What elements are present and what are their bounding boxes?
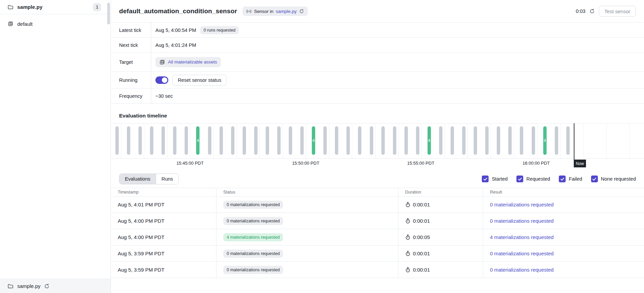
evaluation-status: 0 materializations requested xyxy=(216,213,398,229)
sidebar-scrollbar-thumb[interactable] xyxy=(107,3,110,24)
timeline-tick-bar[interactable] xyxy=(220,126,223,155)
filter-label: Failed xyxy=(569,176,582,182)
reset-sensor-status-button[interactable]: Reset sensor status xyxy=(172,75,227,86)
sensor-badge-file-link[interactable]: sample.py xyxy=(276,9,297,14)
timeline-tick-bar-requested[interactable]: 4 xyxy=(196,126,200,155)
timeline-tick-bar[interactable] xyxy=(254,126,258,155)
now-marker-label: Now xyxy=(574,160,586,167)
timeline-tick-bar[interactable] xyxy=(566,126,570,155)
timeline-tick-bar[interactable] xyxy=(508,126,512,155)
stopwatch-icon xyxy=(405,218,411,224)
test-sensor-button[interactable]: Test sensor xyxy=(599,6,636,17)
status-pill: 0 materializations requested xyxy=(223,217,283,225)
timeline-tick-bar[interactable] xyxy=(162,126,165,155)
filter-label: Started xyxy=(492,176,508,182)
timeline-tick-bar[interactable] xyxy=(520,126,523,155)
evaluation-row: Aug 5, 3:59 PM PDT0 materializations req… xyxy=(111,262,644,278)
timeline-tick-bar[interactable] xyxy=(532,126,535,155)
filter-failed[interactable]: Failed xyxy=(559,176,582,182)
checkbox-icon[interactable] xyxy=(591,176,598,182)
timeline-tick-bar[interactable] xyxy=(474,126,477,155)
evaluation-status: 0 materializations requested xyxy=(216,197,398,213)
detail-label: Latest tick xyxy=(111,23,151,37)
timeline-tick-bar-requested[interactable]: 4 xyxy=(543,126,547,155)
checkbox-icon[interactable] xyxy=(516,176,523,182)
sensor-icon xyxy=(246,8,252,14)
timeline-tick-bar[interactable] xyxy=(439,126,442,155)
timeline-tick-bar[interactable] xyxy=(208,126,211,155)
timeline-tick-bar[interactable] xyxy=(370,126,373,155)
timeline-tick-bar[interactable] xyxy=(173,126,176,155)
duration-value: 0:00:01 xyxy=(413,218,430,224)
latest-tick-time: Aug 5, 4:00:54 PM xyxy=(155,28,196,33)
timeline-tick-bar[interactable] xyxy=(451,126,454,155)
tab-evaluations[interactable]: Evaluations xyxy=(119,174,156,184)
timeline-tick-bar[interactable] xyxy=(404,126,408,155)
filter-requested[interactable]: Requested xyxy=(516,176,550,182)
timeline-gridline xyxy=(560,124,561,158)
timeline-tick-bar[interactable] xyxy=(266,126,269,155)
timeline-tick-bar[interactable] xyxy=(277,126,281,155)
timeline-tick-bar[interactable] xyxy=(150,126,153,155)
timeline-axis-label: 16:00:00 PDT xyxy=(523,161,550,166)
timeline-tick-bar-requested[interactable]: 4 xyxy=(428,126,431,155)
timeline-tick-bar[interactable] xyxy=(127,126,130,155)
asset-group-icon xyxy=(159,59,165,65)
workspace-label: sample.py xyxy=(17,4,42,10)
dagster-sensor-page: sample.py 1 default sample.py default_au… xyxy=(0,0,644,293)
timeline-tick-bar[interactable] xyxy=(497,126,500,155)
timeline-tick-bar[interactable] xyxy=(231,126,234,155)
timeline-tick-bar[interactable] xyxy=(393,126,396,155)
timeline-tick-bar[interactable] xyxy=(555,126,558,155)
filter-none-requested[interactable]: None requested xyxy=(591,176,636,182)
timeline-tick-bar-requested[interactable]: 4 xyxy=(312,126,315,155)
reload-icon[interactable] xyxy=(44,283,50,289)
running-toggle[interactable] xyxy=(155,76,168,84)
timeline-gridline xyxy=(491,124,491,158)
timeline-tick-bar[interactable] xyxy=(138,126,142,155)
timeline-axis-label: 15:55:00 PDT xyxy=(407,161,434,166)
timeline-tick-bar[interactable] xyxy=(416,126,419,155)
timeline-gridline xyxy=(190,124,190,158)
timeline-tick-bar[interactable] xyxy=(346,126,350,155)
checkbox-icon[interactable] xyxy=(559,176,566,182)
filter-started[interactable]: Started xyxy=(482,176,508,182)
target-assets-link[interactable]: All materializable assets xyxy=(155,57,221,67)
page-header: default_automation_condition_sensor Sens… xyxy=(111,0,644,22)
duration-value: 0:00:01 xyxy=(413,267,430,273)
timeline-tick-bar[interactable] xyxy=(485,126,489,155)
header-actions: 0:03 Test sensor xyxy=(576,6,636,17)
result-link[interactable]: 0 materializations requested xyxy=(490,251,554,256)
timeline-tick-bar[interactable] xyxy=(115,126,119,155)
timeline-gridline xyxy=(583,124,584,158)
timeline-tick-bar[interactable] xyxy=(300,126,304,155)
timeline-gridline xyxy=(629,124,630,158)
timeline-tick-bar[interactable] xyxy=(381,126,385,155)
timeline-axis: 15:45:00 PDT15:50:00 PDT15:55:00 PDT16:0… xyxy=(111,159,644,168)
timeline-tick-bar[interactable] xyxy=(243,126,246,155)
timeline-tick-bar[interactable] xyxy=(358,126,361,155)
result-link[interactable]: 0 materializations requested xyxy=(490,218,554,224)
result-link[interactable]: 4 materializations requested xyxy=(490,234,554,240)
timeline-tick-bar[interactable] xyxy=(323,126,327,155)
stopwatch-icon xyxy=(405,202,411,207)
timeline-tick-bar[interactable] xyxy=(335,126,338,155)
checkbox-icon[interactable] xyxy=(482,176,489,182)
sidebar-workspace-header[interactable]: sample.py 1 xyxy=(0,0,111,14)
refresh-icon[interactable] xyxy=(589,8,595,14)
timeline-tick-bar[interactable] xyxy=(185,126,188,155)
timeline-tick-bar[interactable] xyxy=(462,126,466,155)
tab-runs[interactable]: Runs xyxy=(156,174,178,184)
stopwatch-icon xyxy=(405,234,411,240)
detail-row-running: Running Reset sensor status xyxy=(111,72,644,89)
sidebar-item-default[interactable]: default xyxy=(0,17,111,30)
status-pill: 0 materializations requested xyxy=(223,250,283,258)
tabs-row: Evaluations Runs StartedRequestedFailedN… xyxy=(111,173,644,184)
duration-value: 0:00:01 xyxy=(413,202,430,207)
timeline-tick-bar[interactable] xyxy=(289,126,292,155)
reload-icon[interactable] xyxy=(299,9,304,14)
result-link[interactable]: 0 materializations requested xyxy=(490,267,554,273)
workspace-count-badge: 1 xyxy=(93,3,101,11)
evaluation-timeline-chart: 4444Now xyxy=(111,123,644,159)
result-link[interactable]: 0 materializations requested xyxy=(490,202,554,207)
